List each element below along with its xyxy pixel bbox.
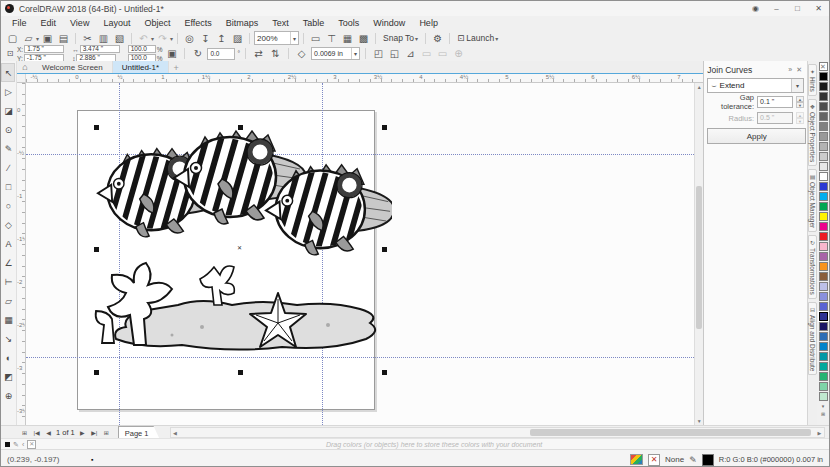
copy-icon[interactable]: ▥ — [96, 31, 111, 45]
first-page-button[interactable]: |◀ — [31, 429, 42, 436]
color-swatch[interactable] — [819, 72, 828, 81]
selection-handle[interactable] — [94, 370, 99, 375]
print-icon[interactable]: ▤ — [56, 31, 71, 45]
color-swatch[interactable] — [819, 242, 828, 251]
export-icon[interactable]: ↥ — [214, 31, 229, 45]
color-swatch[interactable] — [819, 132, 828, 141]
save-icon[interactable]: ▣ — [40, 31, 55, 45]
color-swatch[interactable] — [819, 302, 828, 311]
docker-tab-object-properties[interactable]: ❖Object Properties — [808, 99, 817, 166]
rotation-angle-field[interactable]: 0.0 — [207, 48, 235, 60]
menu-object[interactable]: Object — [137, 16, 177, 30]
menu-tools[interactable]: Tools — [331, 16, 366, 30]
docker-tab-transformations[interactable]: ↻Transformations — [808, 235, 817, 299]
interactive-fill-tool[interactable]: ◐ — [1, 348, 15, 367]
document-tab-welcome-screen[interactable]: Welcome Screen — [33, 61, 113, 73]
search-content-icon[interactable]: ◎ — [182, 31, 197, 45]
color-swatch[interactable] — [819, 352, 828, 361]
chevron-down-icon[interactable]: ▾ — [36, 35, 39, 42]
color-swatch[interactable] — [819, 222, 828, 231]
show-rulers-icon[interactable]: ⊤ — [324, 31, 339, 45]
show-grid-icon[interactable]: ▦ — [340, 31, 355, 45]
docker-collapse-icon[interactable]: » — [786, 66, 794, 73]
apply-button[interactable]: Apply — [707, 128, 806, 144]
document-palette-swatch[interactable] — [5, 442, 10, 447]
color-swatch[interactable] — [819, 172, 828, 181]
maximize-button[interactable]: □ — [787, 1, 808, 16]
color-swatch[interactable] — [819, 82, 828, 91]
join-mode-dropdown[interactable]: ⌣ Extend ▾ — [707, 78, 804, 93]
fullscreen-preview-icon[interactable]: ▭ — [308, 31, 323, 45]
menu-bitmaps[interactable]: Bitmaps — [219, 16, 266, 30]
color-swatch[interactable] — [819, 372, 828, 381]
to-back-icon[interactable]: ◱ — [387, 47, 402, 61]
scroll-left-arrow[interactable]: ◀ — [171, 430, 180, 436]
color-swatch[interactable] — [819, 382, 828, 391]
publish-pdf-icon[interactable]: ▨ — [230, 31, 245, 45]
eyedropper-icon[interactable]: ✎ — [13, 441, 19, 449]
docker-tab-object-manager[interactable]: ▤Object Manager — [808, 169, 817, 232]
color-swatch[interactable] — [819, 322, 828, 331]
mirror-vertical-button[interactable]: ⇅ — [268, 47, 283, 61]
color-swatch[interactable] — [819, 182, 828, 191]
menu-file[interactable]: File — [5, 16, 34, 30]
add-tools-button[interactable]: ⊕ — [1, 386, 15, 405]
chevron-down-icon[interactable]: ▾ — [791, 79, 803, 92]
snap-to-dropdown[interactable]: Snap To ▾ — [380, 32, 421, 45]
pick-tool[interactable]: ↖ — [1, 63, 15, 82]
vertical-scroll-thumb[interactable] — [696, 186, 702, 330]
crop-tool[interactable]: ◪ — [1, 101, 15, 120]
docker-tab-hints[interactable]: ✦Hints — [808, 64, 817, 96]
palette-scroll-left-icon[interactable]: ‹ — [22, 441, 24, 448]
menu-text[interactable]: Text — [265, 16, 296, 30]
vertical-scrollbar[interactable]: ▲ ▼ — [694, 83, 703, 425]
home-icon[interactable]: ⌂ — [17, 61, 33, 73]
ruler-origin-corner[interactable] — [17, 74, 26, 83]
gap-tolerance-field[interactable]: 0.1 " — [757, 96, 793, 108]
show-guidelines-icon[interactable]: ▩ — [356, 31, 371, 45]
color-swatch[interactable] — [819, 292, 828, 301]
color-swatch[interactable] — [819, 272, 828, 281]
color-swatch[interactable] — [819, 92, 828, 101]
paste-icon[interactable]: ▧ — [112, 31, 127, 45]
selection-center-mark[interactable]: ✕ — [237, 244, 242, 251]
chevron-down-icon[interactable]: ▾ — [290, 32, 296, 44]
color-swatch[interactable] — [819, 392, 828, 401]
polygon-tool[interactable]: ◇ — [1, 215, 15, 234]
selection-handle[interactable] — [382, 370, 387, 375]
zoom-level-combo[interactable]: 200% ▾ — [254, 31, 299, 45]
connector-tool[interactable]: ⊢ — [1, 272, 15, 291]
mirror-horizontal-button[interactable]: ⇄ — [251, 47, 266, 61]
menu-window[interactable]: Window — [366, 16, 412, 30]
color-swatch[interactable] — [819, 212, 828, 221]
document-tab-untitled-1-[interactable]: Untitled-1* — [113, 61, 169, 73]
options-gear-icon[interactable]: ⚙ — [430, 31, 445, 45]
convert-to-curves-icon[interactable]: ⊿ — [403, 47, 418, 61]
drop-shadow-tool[interactable]: ▱ — [1, 291, 15, 310]
scroll-up-arrow[interactable]: ▲ — [695, 83, 703, 91]
x-position-field[interactable]: 1.75 " — [24, 45, 64, 53]
color-swatch[interactable] — [819, 232, 828, 241]
color-swatch[interactable] — [819, 202, 828, 211]
color-swatch-none[interactable]: ✕ — [819, 62, 828, 71]
selection-handle[interactable] — [94, 247, 99, 252]
color-swatch[interactable] — [819, 282, 828, 291]
palette-scroll-down-button[interactable]: ▾ — [819, 402, 828, 410]
color-swatch[interactable] — [819, 102, 828, 111]
next-page-button[interactable]: ▶ — [77, 429, 88, 436]
launch-dropdown[interactable]: ⊡ Launch ▾ — [454, 32, 501, 45]
new-document-icon[interactable]: ▢ — [5, 31, 20, 45]
account-icon[interactable]: ◉ — [745, 1, 766, 16]
text-tool[interactable]: A — [1, 234, 15, 253]
add-page-button[interactable]: ⊞ — [19, 429, 30, 436]
vertical-ruler[interactable]: 0-½-1-1½-2-2½-3-3½ — [17, 83, 26, 425]
outline-width-combo[interactable]: 0.0069 in ▾ — [311, 47, 360, 60]
smart-fill-tool[interactable]: ◩ — [1, 367, 15, 386]
docker-close-icon[interactable]: ✕ — [794, 66, 804, 74]
color-swatch[interactable] — [819, 112, 828, 121]
parallel-dimension-tool[interactable]: ∠ — [1, 253, 15, 272]
two-point-line-tool[interactable]: ∕ — [1, 158, 15, 177]
to-front-icon[interactable]: ◰ — [371, 47, 386, 61]
drawing-canvas[interactable]: ✕ — [26, 83, 694, 425]
menu-view[interactable]: View — [63, 16, 96, 30]
